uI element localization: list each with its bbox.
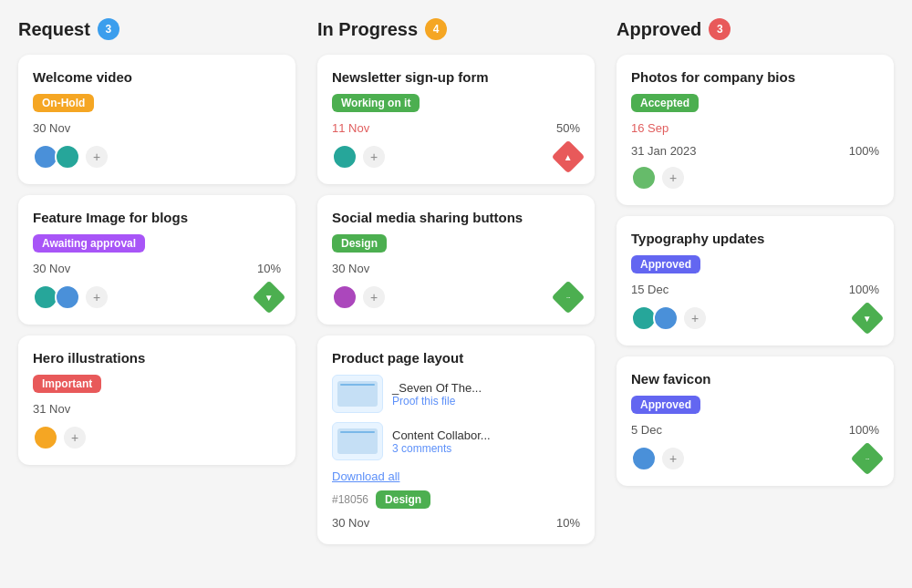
add-assignee-button[interactable]: + <box>662 448 684 469</box>
column-header: Request3 <box>18 18 295 40</box>
card-title: Newsletter sign-up form <box>332 69 580 85</box>
add-assignee-button[interactable]: + <box>684 307 706 329</box>
card-card-photos: Photos for company biosAccepted16 Sep31 … <box>617 55 894 205</box>
card-card-favicon: New faviconApproved5 Dec100%+ <box>617 356 894 486</box>
column-title: In Progress <box>317 19 418 40</box>
avatar-group: + <box>631 305 706 331</box>
card-date: 31 Nov <box>33 402 70 416</box>
priority-dots-icon[interactable] <box>851 442 885 476</box>
card-date-wrap: 30 Nov10% <box>33 262 281 275</box>
avatar <box>631 165 657 191</box>
column-badge: 4 <box>425 18 447 40</box>
avatar-group: + <box>33 284 108 310</box>
card-tag-row: #18056Design <box>332 490 580 509</box>
avatar <box>631 446 657 471</box>
avatar-group: + <box>332 144 385 170</box>
file-name: _Seven Of The... <box>392 381 580 395</box>
card-title: Photos for company bios <box>631 69 879 85</box>
card-card-welcome: Welcome videoOn-Hold30 Nov+ <box>18 55 295 184</box>
priority-up-icon[interactable] <box>552 140 586 174</box>
avatar <box>332 144 358 170</box>
file-action-link[interactable]: Proof this file <box>392 395 580 407</box>
card-date-wrap: 30 Nov <box>33 121 281 135</box>
card-footer: + <box>33 284 281 310</box>
avatar <box>332 284 358 310</box>
card-date: 30 Nov <box>332 516 369 530</box>
avatar-group: + <box>631 446 684 471</box>
card-footer: + <box>33 425 281 450</box>
card-footer: + <box>332 284 580 310</box>
ticket-tag: Design <box>376 490 430 509</box>
card-percent: 10% <box>257 262 281 275</box>
card-footer: + <box>631 446 879 471</box>
add-assignee-button[interactable]: + <box>86 286 108 308</box>
avatar-group: + <box>332 284 385 310</box>
card-card-hero: Hero illustrationsImportant31 Nov+ <box>18 335 295 465</box>
column-in-progress: In Progress4Newsletter sign-up formWorki… <box>317 18 595 555</box>
card-title: New favicon <box>631 371 879 387</box>
card-title: Hero illustrations <box>33 350 281 366</box>
avatar <box>33 425 58 450</box>
file-thumbnail <box>332 375 383 413</box>
card-date: 30 Nov <box>33 121 70 135</box>
card-percent: 100% <box>849 283 879 296</box>
card-percent: 100% <box>849 423 879 437</box>
avatar-group: + <box>33 144 108 170</box>
column-header: In Progress4 <box>317 18 595 40</box>
card-date: 5 Dec <box>631 423 662 437</box>
card-title: Social media sharing buttons <box>332 210 580 225</box>
avatar <box>55 284 80 310</box>
card-date-wrap: 31 Nov <box>33 402 281 416</box>
add-assignee-button[interactable]: + <box>363 146 385 168</box>
card-date-row: 31 Jan 2023100% <box>631 144 879 158</box>
file-row: Content Collabor...3 comments <box>332 422 580 460</box>
priority-dots-icon[interactable] <box>552 281 586 315</box>
column-approved: Approved3Photos for company biosAccepted… <box>617 18 894 497</box>
priority-down-icon[interactable] <box>851 302 885 335</box>
card-date-wrap: 30 Nov <box>332 262 580 275</box>
column-request: Request3Welcome videoOn-Hold30 Nov+Featu… <box>18 18 295 476</box>
add-assignee-button[interactable]: + <box>64 427 86 449</box>
status-tag: Design <box>332 234 387 253</box>
avatar <box>55 144 80 170</box>
priority-down-icon[interactable] <box>253 281 286 315</box>
ticket-id: #18056 <box>332 493 368 506</box>
status-tag: Awaiting approval <box>33 234 145 253</box>
file-action-link[interactable]: 3 comments <box>392 442 580 455</box>
file-thumbnail <box>332 422 383 460</box>
status-tag: Working on it <box>332 94 420 112</box>
card-card-newsletter: Newsletter sign-up formWorking on it11 N… <box>317 55 595 184</box>
file-info: _Seven Of The...Proof this file <box>392 381 580 407</box>
status-tag: Approved <box>631 396 700 414</box>
card-title: Welcome video <box>33 69 281 85</box>
card-date: 11 Nov <box>332 121 369 135</box>
download-all-link[interactable]: Download all <box>332 469 580 483</box>
card-card-typography: Typography updatesApproved15 Dec100%+ <box>617 216 894 346</box>
card-date-primary: 16 Sep <box>631 121 879 135</box>
card-footer: + <box>631 305 879 331</box>
card-percent: 10% <box>556 516 580 530</box>
card-title: Feature Image for blogs <box>33 210 281 225</box>
status-tag: Important <box>33 375 101 393</box>
card-footer: + <box>332 144 580 170</box>
column-header: Approved3 <box>617 18 894 40</box>
card-card-product: Product page layout_Seven Of The...Proof… <box>317 335 595 544</box>
column-title: Approved <box>617 19 701 40</box>
card-card-feature: Feature Image for blogsAwaiting approval… <box>18 195 295 325</box>
kanban-board: Request3Welcome videoOn-Hold30 Nov+Featu… <box>18 18 894 555</box>
column-title: Request <box>18 19 90 40</box>
card-date: 30 Nov <box>332 262 369 275</box>
file-info: Content Collabor...3 comments <box>392 428 580 455</box>
card-date: 15 Dec <box>631 283 668 296</box>
card-footer: + <box>631 165 879 191</box>
add-assignee-button[interactable]: + <box>86 146 108 168</box>
add-assignee-button[interactable]: + <box>363 286 385 308</box>
status-tag: Approved <box>631 255 700 273</box>
card-footer: + <box>33 144 281 170</box>
avatar <box>653 305 679 331</box>
card-date: 30 Nov <box>33 262 70 275</box>
file-row: _Seven Of The...Proof this file <box>332 375 580 413</box>
card-date-wrap: 15 Dec100% <box>631 283 879 296</box>
add-assignee-button[interactable]: + <box>662 167 684 189</box>
card-title: Typography updates <box>631 231 879 246</box>
